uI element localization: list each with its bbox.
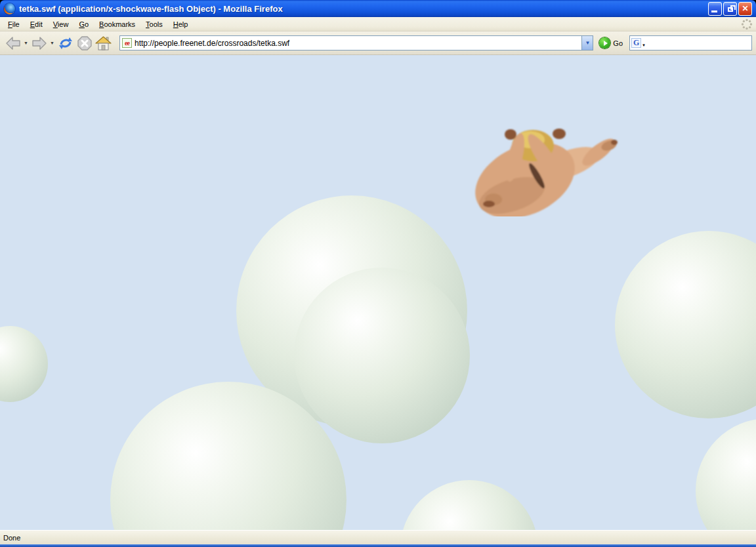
- menu-bookmarks[interactable]: Bookmarks: [94, 18, 140, 30]
- menu-file[interactable]: File: [3, 18, 25, 30]
- stop-button[interactable]: [75, 34, 93, 52]
- restore-icon: [728, 7, 733, 12]
- go-button[interactable]: Go: [599, 37, 623, 49]
- menu-help[interactable]: Help: [168, 18, 194, 30]
- status-bar: Done: [0, 530, 756, 544]
- window-title: tetka.swf (application/x-shockwave-flash…: [19, 4, 703, 14]
- go-button-label: Go: [613, 39, 623, 47]
- restore-button[interactable]: [723, 2, 737, 16]
- firefox-window: tetka.swf (application/x-shockwave-flash…: [0, 0, 756, 547]
- window-bottom-border: [0, 544, 756, 547]
- back-dropdown[interactable]: ▼: [23, 41, 29, 45]
- go-icon: [599, 37, 610, 49]
- sphere: [0, 326, 48, 402]
- close-icon: ✕: [739, 3, 751, 15]
- search-engine-dropdown-icon[interactable]: ▼: [642, 43, 646, 47]
- menu-tools[interactable]: Tools: [140, 18, 168, 30]
- forward-button[interactable]: [30, 34, 48, 52]
- search-bar[interactable]: G ▼: [629, 35, 752, 51]
- reload-button[interactable]: [56, 34, 74, 52]
- sphere: [615, 231, 756, 418]
- site-favicon-icon: ee: [122, 38, 132, 48]
- status-text: Done: [3, 534, 20, 542]
- flash-content-area[interactable]: [0, 55, 756, 530]
- menu-go[interactable]: Go: [74, 18, 94, 30]
- menu-view[interactable]: View: [48, 18, 74, 30]
- firefox-logo-icon: [4, 3, 15, 14]
- reload-icon: [58, 35, 74, 51]
- menu-edit[interactable]: Edit: [25, 18, 48, 30]
- sphere: [400, 480, 538, 530]
- back-button[interactable]: [4, 34, 22, 52]
- back-arrow-icon: [5, 36, 21, 51]
- tucked-diver-figure: [459, 118, 623, 216]
- throbber-icon: [741, 18, 753, 30]
- titlebar[interactable]: tetka.swf (application/x-shockwave-flash…: [0, 0, 756, 17]
- navigation-toolbar: ▼ ▼: [0, 31, 756, 55]
- close-button[interactable]: ✕: [738, 2, 752, 16]
- window-controls: ✕: [708, 2, 752, 16]
- home-button[interactable]: [94, 34, 112, 52]
- url-bar[interactable]: ee ▼: [119, 35, 593, 51]
- google-engine-icon[interactable]: G: [631, 38, 641, 48]
- forward-arrow-icon: [32, 36, 47, 51]
- forward-dropdown[interactable]: ▼: [49, 41, 55, 45]
- sphere: [294, 268, 470, 443]
- url-input[interactable]: [135, 36, 581, 50]
- minimize-button[interactable]: [708, 2, 722, 16]
- minimize-icon: [711, 10, 717, 12]
- url-dropdown-button[interactable]: ▼: [581, 36, 593, 50]
- menubar: File Edit View Go Bookmarks Tools Help: [0, 17, 756, 31]
- home-icon: [95, 35, 112, 51]
- sphere: [696, 418, 756, 530]
- search-input[interactable]: [647, 35, 751, 51]
- stop-icon: [77, 35, 93, 51]
